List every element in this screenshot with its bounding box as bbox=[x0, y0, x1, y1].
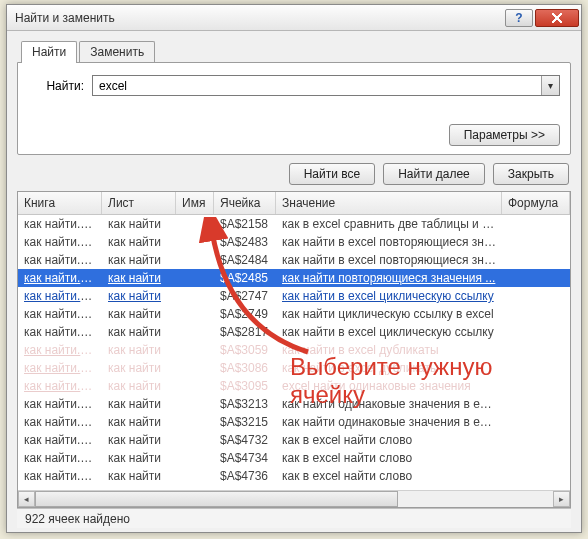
find-label: Найти: bbox=[28, 79, 84, 93]
cell-sheet: как найти bbox=[102, 217, 176, 231]
cell-cell: $A$2483 bbox=[214, 235, 276, 249]
find-next-button[interactable]: Найти далее bbox=[383, 163, 485, 185]
cell-cell: $A$2485 bbox=[214, 271, 276, 285]
cell-book: как найти.csv bbox=[18, 289, 102, 303]
cell-value: как найти в excel дубликаты bbox=[276, 343, 502, 357]
cell-value-link[interactable]: как найти в excel циклическую ссылку bbox=[282, 289, 494, 303]
cell-cell: $A$3215 bbox=[214, 415, 276, 429]
table-row[interactable]: как найти.csvкак найти$A$3095excel найти… bbox=[18, 377, 570, 395]
cell-cell: $A$2484 bbox=[214, 253, 276, 267]
chevron-down-icon[interactable] bbox=[541, 76, 559, 95]
grid-body[interactable]: как найти.csvкак найти$A$2158как в excel… bbox=[18, 215, 570, 490]
status-bar: 922 ячеек найдено bbox=[17, 508, 571, 528]
col-formula[interactable]: Формула bbox=[502, 192, 570, 214]
scroll-track[interactable] bbox=[35, 491, 553, 507]
find-combobox[interactable] bbox=[92, 75, 560, 96]
cell-sheet: как найти bbox=[102, 289, 176, 303]
table-row[interactable]: как найти.csvкак найти$A$2817как найти в… bbox=[18, 323, 570, 341]
scroll-right-icon[interactable] bbox=[553, 491, 570, 507]
cell-book: как найти.csv bbox=[18, 217, 102, 231]
col-cell[interactable]: Ячейка bbox=[214, 192, 276, 214]
cell-value: как найти одинаковые значения в excel bbox=[276, 397, 502, 411]
cell-book: как найти.csv bbox=[18, 469, 102, 483]
cell-value: как найти одинаковые значения в excel bbox=[276, 415, 502, 429]
cell-sheet: как найти bbox=[102, 433, 176, 447]
cell-sheet: как найти bbox=[102, 379, 176, 393]
table-row[interactable]: как найти.csvкак найти$A$2484как найти в… bbox=[18, 251, 570, 269]
table-row[interactable]: как найти.csvкак найти$A$2749как найти ц… bbox=[18, 305, 570, 323]
grid-header[interactable]: Книга Лист Имя Ячейка Значение Формула bbox=[18, 192, 570, 215]
cell-value-link[interactable]: как найти в excel дубликаты bbox=[282, 343, 439, 357]
cell-book-link[interactable]: как найти.csv bbox=[24, 379, 98, 393]
table-row[interactable]: как найти.csvкак найти$A$4734как в excel… bbox=[18, 449, 570, 467]
cell-sheet: как найти bbox=[102, 271, 176, 285]
cell-value: как в excel найти слово bbox=[276, 469, 502, 483]
tab-find[interactable]: Найти bbox=[21, 41, 77, 63]
table-row[interactable]: как найти.csvкак найти$A$4736как в excel… bbox=[18, 467, 570, 485]
cell-sheet-link[interactable]: как найти bbox=[108, 361, 161, 375]
scroll-left-icon[interactable] bbox=[18, 491, 35, 507]
cell-sheet: как найти bbox=[102, 451, 176, 465]
cell-cell: $A$3059 bbox=[214, 343, 276, 357]
cell-book: как найти.csv bbox=[18, 379, 102, 393]
cell-sheet-link[interactable]: как найти bbox=[108, 271, 161, 285]
help-button[interactable] bbox=[505, 9, 533, 27]
cell-sheet: как найти bbox=[102, 415, 176, 429]
cell-book-link[interactable]: как найти.csv bbox=[24, 361, 98, 375]
cell-sheet: как найти bbox=[102, 397, 176, 411]
tab-strip: Найти Заменить bbox=[17, 41, 571, 63]
cell-value-link[interactable]: как найти повторяющиеся значения ... bbox=[282, 271, 495, 285]
cell-value: как найти повторяющиеся значения ... bbox=[276, 271, 502, 285]
cell-cell: $A$3086 bbox=[214, 361, 276, 375]
cell-sheet-link[interactable]: как найти bbox=[108, 343, 161, 357]
cell-book: как найти.csv bbox=[18, 343, 102, 357]
cell-sheet-link[interactable]: как найти bbox=[108, 379, 161, 393]
cell-cell: $A$3095 bbox=[214, 379, 276, 393]
table-row[interactable]: как найти.csvкак найти$A$2747как найти в… bbox=[18, 287, 570, 305]
cell-book: как найти.csv bbox=[18, 235, 102, 249]
table-row[interactable]: как найти.csvкак найти$A$2485как найти п… bbox=[18, 269, 570, 287]
window-title: Найти и заменить bbox=[15, 11, 503, 25]
cell-value: excel найти одинаковые значения bbox=[276, 379, 502, 393]
cell-sheet: как найти bbox=[102, 307, 176, 321]
table-row[interactable]: как найти.csvкак найти$A$3215как найти о… bbox=[18, 413, 570, 431]
cell-value: как в excel сравнить две таблицы и н... bbox=[276, 217, 502, 231]
cell-book-link[interactable]: как найти.csv bbox=[24, 289, 98, 303]
col-sheet[interactable]: Лист bbox=[102, 192, 176, 214]
cell-book: как найти.csv bbox=[18, 433, 102, 447]
cell-book-link[interactable]: как найти.csv bbox=[24, 271, 98, 285]
tab-replace[interactable]: Заменить bbox=[79, 41, 155, 63]
cell-cell: $A$2817 bbox=[214, 325, 276, 339]
table-row[interactable]: как найти.csvкак найти$A$4732как в excel… bbox=[18, 431, 570, 449]
titlebar[interactable]: Найти и заменить bbox=[7, 5, 581, 31]
col-value[interactable]: Значение bbox=[276, 192, 502, 214]
cell-sheet: как найти bbox=[102, 343, 176, 357]
horizontal-scrollbar[interactable] bbox=[18, 490, 570, 507]
cell-book-link[interactable]: как найти.csv bbox=[24, 343, 98, 357]
find-input[interactable] bbox=[93, 76, 541, 95]
cell-value: как найти в excel повторяющиеся зна... bbox=[276, 235, 502, 249]
cell-value-link[interactable]: excel найти одинаковые значения bbox=[282, 379, 471, 393]
col-book[interactable]: Книга bbox=[18, 192, 102, 214]
cell-sheet-link[interactable]: как найти bbox=[108, 289, 161, 303]
cell-cell: $A$4732 bbox=[214, 433, 276, 447]
close-button[interactable]: Закрыть bbox=[493, 163, 569, 185]
cell-value-link[interactable]: как найти в excel дубликаты bbox=[282, 361, 439, 375]
table-row[interactable]: как найти.csvкак найти$A$3059как найти в… bbox=[18, 341, 570, 359]
cell-sheet: как найти bbox=[102, 469, 176, 483]
options-button[interactable]: Параметры >> bbox=[449, 124, 560, 146]
cell-value: как найти в excel циклическую ссылку bbox=[276, 325, 502, 339]
col-name[interactable]: Имя bbox=[176, 192, 214, 214]
close-window-button[interactable] bbox=[535, 9, 579, 27]
cell-value: как в excel найти слово bbox=[276, 433, 502, 447]
tab-panel: Найти: Параметры >> bbox=[17, 62, 571, 155]
find-all-button[interactable]: Найти все bbox=[289, 163, 376, 185]
scroll-thumb[interactable] bbox=[35, 491, 398, 507]
table-row[interactable]: как найти.csvкак найти$A$3086как найти в… bbox=[18, 359, 570, 377]
results-grid: Книга Лист Имя Ячейка Значение Формула к… bbox=[17, 191, 571, 508]
table-row[interactable]: как найти.csvкак найти$A$3213как найти о… bbox=[18, 395, 570, 413]
table-row[interactable]: как найти.csvкак найти$A$2483как найти в… bbox=[18, 233, 570, 251]
table-row[interactable]: как найти.csvкак найти$A$2158как в excel… bbox=[18, 215, 570, 233]
cell-cell: $A$3213 bbox=[214, 397, 276, 411]
cell-value: как найти циклическую ссылку в excel bbox=[276, 307, 502, 321]
